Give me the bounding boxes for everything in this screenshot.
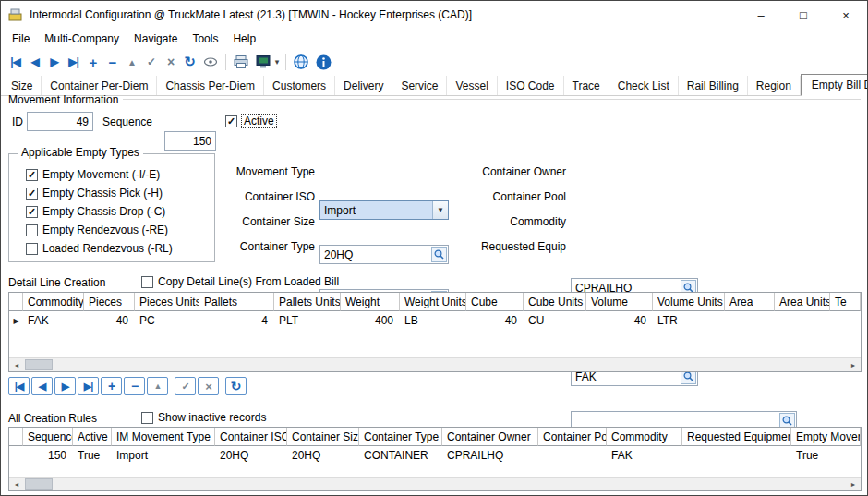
- scroll-right-icon[interactable]: ►: [846, 478, 861, 490]
- empty-rendezvous-checkbox[interactable]: Empty Rendezvous (-RE): [26, 224, 168, 236]
- empty-rendezvous-label: Empty Rendezvous (-RE): [42, 224, 168, 236]
- active-checkbox-label: Active: [242, 115, 276, 127]
- scrollbar-thumb[interactable]: [25, 478, 53, 490]
- first-record-button[interactable]: |◀: [8, 377, 30, 395]
- delete-record-button[interactable]: −: [124, 377, 145, 395]
- active-checkbox-box[interactable]: [225, 115, 237, 127]
- copy-detail-lines-checkbox[interactable]: Copy Detail Line(s) From Loaded Bill: [141, 275, 339, 288]
- report-preview-button[interactable]: [252, 52, 274, 72]
- window-controls: – □ ×: [740, 1, 867, 29]
- menu-help[interactable]: Help: [225, 30, 263, 48]
- empty-chassis-pick-checkbox[interactable]: Empty Chassis Pick (-H): [26, 187, 163, 200]
- loaded-rendezvous-checkbox-box[interactable]: [26, 243, 38, 255]
- cell-container-iso: 20HQ: [215, 446, 287, 465]
- scroll-right-icon[interactable]: ►: [846, 358, 861, 371]
- delete-record-button[interactable]: −: [102, 52, 122, 72]
- empty-chassis-drop-checkbox-box[interactable]: [26, 206, 38, 218]
- column-header: Empty Mover: [791, 428, 861, 446]
- menu-file[interactable]: File: [5, 30, 37, 48]
- refresh-button[interactable]: ↻: [180, 52, 199, 72]
- column-header: Pallets: [199, 293, 274, 311]
- next-record-button[interactable]: ▶: [44, 52, 64, 72]
- show-inactive-checkbox-box[interactable]: [141, 412, 153, 424]
- column-header: Commodity: [607, 428, 682, 446]
- column-header: Volume Units: [653, 293, 725, 311]
- column-header: Sequence: [23, 428, 73, 446]
- copy-detail-lines-checkbox-box[interactable]: [141, 276, 153, 288]
- table-row[interactable]: 150 True Import 20HQ 20HQ CONTAINER CPRA…: [9, 446, 861, 465]
- cancel-edit-button[interactable]: ×: [161, 52, 180, 72]
- about-info-button[interactable]: [312, 52, 334, 72]
- scroll-left-icon[interactable]: ◄: [9, 358, 24, 371]
- movement-type-combo[interactable]: Import ▼: [319, 200, 449, 220]
- menu-tools[interactable]: Tools: [185, 30, 225, 48]
- empty-movement-checkbox[interactable]: Empty Movement (-I/-E): [26, 168, 160, 181]
- container-type-label: Container Type: [204, 236, 315, 256]
- report-dropdown-caret[interactable]: ▾: [272, 57, 282, 67]
- sequence-label-wrap: Sequence: [102, 112, 152, 132]
- printer-icon: [234, 55, 248, 68]
- insert-record-button[interactable]: +: [83, 52, 102, 72]
- container-iso-lookup-button[interactable]: [431, 247, 447, 262]
- detail-grid-header: Commodity Pieces Pieces Units Pallets Pa…: [9, 293, 861, 311]
- first-record-button[interactable]: |◀: [6, 52, 25, 72]
- menu-multi-company[interactable]: Multi-Company: [37, 30, 127, 48]
- id-field[interactable]: 49: [27, 112, 93, 131]
- cell-container-owner: CPRAILHQ: [442, 446, 538, 465]
- cell-volume: 40: [586, 311, 653, 330]
- container-iso-field[interactable]: 20HQ: [319, 245, 449, 264]
- empty-movement-checkbox-box[interactable]: [26, 169, 38, 181]
- copy-detail-lines-label: Copy Detail Line(s) From Loaded Bill: [158, 275, 339, 288]
- grid-empty-area: [9, 330, 861, 357]
- prior-record-button[interactable]: ◀: [31, 377, 53, 395]
- show-inactive-checkbox[interactable]: Show inactive records: [141, 411, 266, 424]
- cell-pieces: 40: [84, 311, 135, 330]
- next-record-button[interactable]: ▶: [54, 377, 76, 395]
- cell-cube: 40: [466, 311, 524, 330]
- cancel-edit-button[interactable]: ×: [198, 377, 219, 395]
- web-button[interactable]: [290, 52, 312, 72]
- table-row[interactable]: ▶ FAK 40 PC 4 PLT 400 LB 40 CU 40 LTR: [9, 311, 861, 330]
- empty-chassis-drop-checkbox[interactable]: Empty Chassis Drop (-C): [26, 205, 165, 218]
- prior-record-button[interactable]: ◀: [25, 52, 44, 72]
- container-iso-value: 20HQ: [324, 248, 353, 261]
- edit-record-button[interactable]: ▲: [122, 52, 141, 72]
- post-edit-button[interactable]: ✓: [175, 377, 196, 395]
- id-label: ID: [12, 112, 23, 131]
- print-button[interactable]: [230, 52, 252, 72]
- column-header: Container Pool: [538, 428, 607, 446]
- chevron-down-icon[interactable]: ▼: [432, 201, 448, 219]
- active-checkbox[interactable]: Active: [225, 115, 276, 127]
- detail-grid-hscrollbar[interactable]: ◄ ►: [9, 357, 861, 371]
- view-record-button[interactable]: [199, 52, 222, 72]
- refresh-button[interactable]: ↻: [225, 377, 247, 395]
- post-edit-button[interactable]: ✓: [141, 52, 161, 72]
- insert-record-button[interactable]: +: [101, 377, 122, 395]
- empty-chassis-pick-label: Empty Chassis Pick (-H): [42, 187, 163, 200]
- column-header: Pallets Units: [274, 293, 341, 311]
- header-indicator-cell: [9, 293, 23, 311]
- id-label-wrap: ID: [12, 112, 23, 132]
- cell-pallets-units: PLT: [274, 311, 341, 330]
- edit-record-button[interactable]: ▲: [147, 377, 168, 395]
- sequence-field[interactable]: 150: [164, 131, 216, 151]
- minimize-button[interactable]: –: [740, 1, 782, 29]
- close-button[interactable]: ×: [825, 1, 867, 29]
- rules-grid-header: Sequence Active IM Movement Type Contain…: [9, 428, 861, 446]
- column-header: Container Type: [359, 428, 442, 446]
- last-record-button[interactable]: ▶|: [78, 377, 99, 395]
- menu-navigate[interactable]: Navigate: [127, 30, 185, 48]
- info-icon: [316, 54, 332, 70]
- rules-grid-hscrollbar[interactable]: ◄ ►: [9, 477, 861, 490]
- empty-chassis-pick-checkbox-box[interactable]: [26, 188, 38, 200]
- maximize-button[interactable]: □: [782, 1, 825, 29]
- scrollbar-track[interactable]: [24, 478, 846, 490]
- empty-rendezvous-checkbox-box[interactable]: [26, 224, 38, 236]
- loaded-rendezvous-checkbox[interactable]: Loaded Rendezvous (-RL): [26, 242, 173, 255]
- scroll-left-icon[interactable]: ◄: [9, 478, 24, 490]
- last-record-button[interactable]: ▶|: [64, 52, 83, 72]
- scrollbar-thumb[interactable]: [25, 359, 53, 370]
- scrollbar-track[interactable]: [24, 358, 846, 371]
- column-header: Container Owner: [442, 428, 538, 446]
- empty-movement-label: Empty Movement (-I/-E): [42, 168, 160, 181]
